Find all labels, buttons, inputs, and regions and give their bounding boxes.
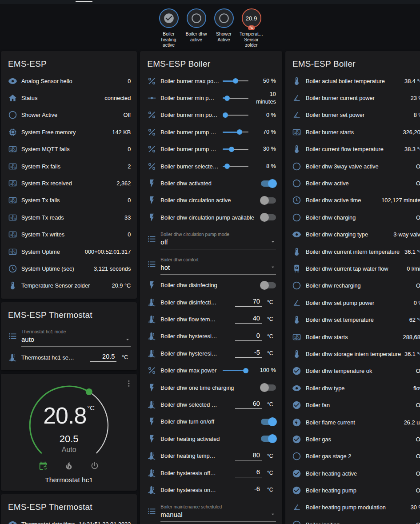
entity-row[interactable]: Boiler dhw hysteresi…-5°C [146,345,276,362]
entity-row[interactable]: 123Boiler burner starts326,209 [292,124,420,140]
entity-row[interactable]: Boiler actual boiler temperature38.4 °C [292,72,420,89]
entity-row[interactable]: Boiler ignitionOff [292,516,420,524]
entity-row[interactable]: Boiler dhw temperature okOn [292,363,420,380]
number-input[interactable]: 60 [235,400,262,409]
slider[interactable] [223,78,248,84]
badge-shower-active[interactable]: Shower Active [212,8,236,51]
number-input[interactable]: 70 [235,298,262,307]
select-field[interactable]: Boiler dhw comforthot [160,254,276,275]
chevron-down-icon[interactable] [124,336,131,343]
entity-row[interactable]: Boiler dhw set pump power0 % [292,294,420,311]
entity-row[interactable]: System Uptime (sec)3,121 seconds [7,260,131,277]
entity-row[interactable]: Boiler heating pumpOn [292,482,420,499]
entity-row[interactable]: 123System Rx received2,362 [7,175,131,192]
entity-row[interactable]: Boiler dhw comforthot [146,252,276,277]
chevron-down-icon[interactable] [270,239,276,245]
entity-row[interactable]: Boiler maintenance scheduledmanual [146,499,276,524]
number-input[interactable]: -6 [235,485,262,494]
number-input[interactable]: 0 [235,332,262,341]
slider[interactable] [223,129,248,135]
number-input[interactable]: 40 [235,315,262,324]
entity-row[interactable]: Thermostat hc1 se…20.5°C [7,349,131,366]
entity-row[interactable]: Boiler hysteresis off…6°C [146,464,276,481]
entity-row[interactable]: Boiler burner min po…0 % [146,107,276,124]
chevron-down-icon[interactable] [270,264,276,270]
entity-row[interactable]: Boiler burner current power23 % [292,89,420,106]
entity-row[interactable]: Boiler dhw activated [146,175,276,192]
entity-row[interactable]: System Free memory142 KB [7,124,131,140]
toggle-switch[interactable] [261,436,276,442]
entity-row[interactable]: Boiler current flow temperature38.3 °C [292,141,420,158]
entity-row[interactable]: Boiler fanOn [292,396,420,413]
entity-row[interactable]: Boiler dhw typeflow [292,380,420,396]
entity-row[interactable]: Boiler dhw selected …60°C [146,396,276,413]
toggle-switch[interactable] [261,419,276,425]
entity-row[interactable]: 123System Tx fails0 [7,192,131,209]
entity-row[interactable]: Thermostat hc1 modeauto [7,324,131,349]
entity-row[interactable]: Temperature Sensor zolder20.9 °C [7,277,131,294]
badge-temperat-sensor-zolder[interactable]: 20.9°CTemperat… Sensor zolder [239,8,264,51]
number-input[interactable]: -5 [235,349,262,358]
slider[interactable] [223,146,248,152]
entity-row[interactable]: 123System Uptime000+00:52:01.317 [7,243,131,260]
entity-row[interactable]: Boiler dhw disinfecti…70°C [146,294,276,311]
entity-row[interactable]: Boiler burner set power8 % [292,107,420,124]
entity-row[interactable]: 123Boiler dhw starts288,686 [292,328,420,345]
entity-row[interactable]: Thermostat date/time14:21:51 22.01.2022 [7,516,131,524]
entity-row[interactable]: Shower ActiveOff [7,107,131,124]
entity-row[interactable]: Boiler dhw disinfecting [146,277,276,294]
entity-row[interactable]: 123System Tx reads33 [7,209,131,226]
entity-row[interactable]: Boiler dhw flow tem…40°C [146,311,276,328]
entity-row[interactable]: Boiler heating temp…80°C [146,447,276,464]
select-field[interactable]: Boiler dhw circulation pump modeoff [160,228,276,249]
entity-row[interactable]: Boiler burner pump …30 % [146,141,276,158]
select-field[interactable]: Thermostat hc1 modeauto [21,326,131,347]
entity-row[interactable]: 123System Rx fails2 [7,158,131,175]
select-field[interactable]: Boiler maintenance scheduledmanual [160,501,276,522]
entity-row[interactable]: Boiler flame current26.2 uA [292,414,420,431]
entity-row[interactable]: Boiler burner pump …70 % [146,124,276,140]
number-input[interactable]: 20.5 [90,353,116,362]
toggle-switch[interactable] [261,384,276,391]
entity-row[interactable]: Boiler dhw chargingOff [292,209,420,226]
entity-row[interactable]: Boiler dhw activeOff [292,175,420,192]
toggle-switch[interactable] [261,180,276,187]
entity-row[interactable]: Boiler hysteresis on…-6°C [146,481,276,498]
chevron-down-icon[interactable] [270,511,276,517]
slider[interactable] [223,163,248,169]
badge-boiler-heating-active[interactable]: Boiler heating active [156,8,181,51]
entity-row[interactable]: Boiler dhw active time102,127 minutes [292,192,420,209]
more-options-icon[interactable] [124,379,133,390]
entity-row[interactable]: Statusconnected [7,89,131,106]
number-input[interactable]: 80 [235,452,262,460]
entity-row[interactable]: Boiler gasOn [292,431,420,448]
fire-icon[interactable] [64,461,74,471]
entity-row[interactable]: Boiler heating activeOn [292,465,420,482]
number-input[interactable]: 6 [235,468,262,477]
entity-row[interactable]: Boiler burner min p…10 minutes [146,89,276,106]
entity-row[interactable]: 123System Tx writes0 [7,226,131,243]
entity-row[interactable]: Boiler dhw 3way valve activeOff [292,158,420,175]
toggle-switch[interactable] [261,282,276,288]
entity-row[interactable]: Boiler heating pump modulation30 % [292,499,420,516]
entity-row[interactable]: Boiler dhw current intern temperature36.… [292,243,420,260]
entity-row[interactable]: Boiler burner selecte…8 % [146,158,276,175]
entity-row[interactable]: Analog Sensor hello0 [7,72,131,89]
calendar-sync-icon[interactable] [38,461,48,471]
entity-row[interactable]: Boiler dhw current tap water flow0 l/min [292,260,420,277]
entity-row[interactable]: Boiler dhw max power100 % [146,362,276,379]
power-icon[interactable] [90,461,100,471]
badge-boiler-dhw-active[interactable]: Boiler dhw active [184,8,209,51]
entity-row[interactable]: Boiler dhw charging type3-way valve [292,226,420,243]
toggle-switch[interactable] [261,214,276,220]
entity-row[interactable]: Boiler dhw one time charging [146,379,276,396]
entity-row[interactable]: Boiler burner max po…50 % [146,72,276,89]
slider[interactable] [223,112,248,118]
entity-row[interactable]: Boiler gas stage 2Off [292,448,420,465]
entity-row[interactable]: Boiler dhw set temperature62 °C [292,311,420,328]
slider[interactable] [223,95,248,101]
entity-row[interactable]: Boiler dhw hysteresi…0°C [146,328,276,345]
entity-row[interactable]: Boiler dhw circulation active [146,192,276,209]
entity-row[interactable]: 123System MQTT fails0 [7,141,131,158]
entity-row[interactable]: Boiler dhw rechargingOff [292,277,420,294]
